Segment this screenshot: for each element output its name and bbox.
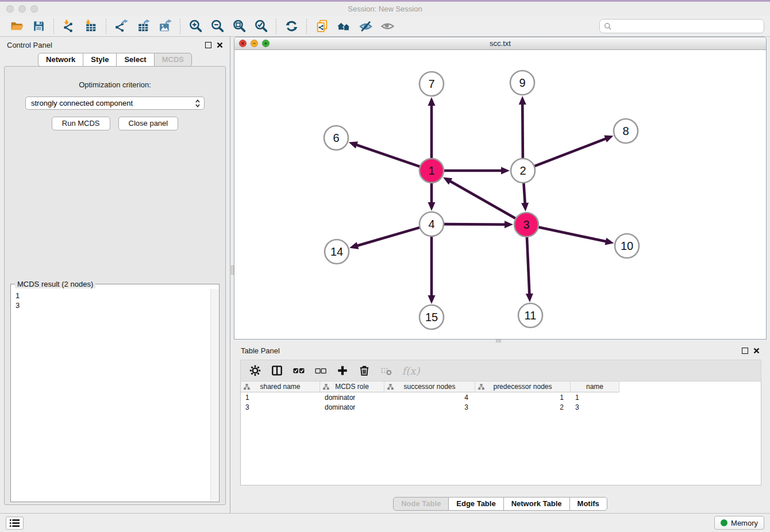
- graph-node-3[interactable]: 3: [514, 213, 538, 237]
- cell-shared-name[interactable]: 3: [241, 402, 320, 412]
- float-panel-icon[interactable]: [205, 42, 211, 48]
- graph-node-15[interactable]: 15: [419, 305, 444, 329]
- main-toolbar: [0, 16, 770, 37]
- column-header-MCDS-role[interactable]: MCDS role: [320, 381, 384, 392]
- save-session-button[interactable]: [28, 18, 49, 35]
- hide-selected-button[interactable]: [355, 18, 376, 35]
- graph-node-9[interactable]: 9: [510, 71, 534, 95]
- cell-name[interactable]: 3: [571, 402, 619, 412]
- network-window-titlebar[interactable]: scc.txt: [234, 37, 766, 50]
- zoom-out-button[interactable]: [206, 18, 228, 35]
- cell-successor-nodes[interactable]: 4: [384, 392, 475, 402]
- tab-style[interactable]: Style: [83, 53, 117, 67]
- graph-node-7[interactable]: 7: [419, 72, 444, 96]
- graph-node-8[interactable]: 8: [614, 119, 638, 143]
- edge-3-10[interactable]: [538, 227, 614, 245]
- edge-3-11[interactable]: [526, 237, 533, 302]
- edge-1-2[interactable]: [444, 167, 510, 175]
- graph-node-4[interactable]: 4: [419, 212, 444, 236]
- network-canvas[interactable]: 7968124314101511: [234, 50, 766, 339]
- float-panel-icon[interactable]: [742, 348, 748, 354]
- graph-node-10[interactable]: 10: [615, 234, 639, 258]
- edge-4-15[interactable]: [428, 236, 436, 304]
- cell-successor-nodes[interactable]: 3: [384, 402, 475, 412]
- show-all-button[interactable]: [376, 18, 398, 35]
- zoom-window-button[interactable]: [30, 5, 38, 13]
- graph-node-2[interactable]: 2: [511, 159, 535, 183]
- export-table-button[interactable]: [132, 18, 154, 35]
- search-box[interactable]: [599, 19, 764, 33]
- cell-MCDS-role[interactable]: dominator: [320, 392, 384, 402]
- node-table[interactable]: shared nameMCDS rolesuccessor nodesprede…: [240, 381, 761, 485]
- edge-4-3[interactable]: [444, 221, 513, 228]
- edge-1-7[interactable]: [428, 97, 436, 159]
- edge-2-8[interactable]: [534, 136, 614, 167]
- cell-MCDS-role[interactable]: dominator: [320, 402, 384, 412]
- edge-3-1[interactable]: [443, 177, 516, 218]
- edge-1-4[interactable]: [428, 183, 436, 211]
- import-network-button[interactable]: [58, 18, 80, 35]
- column-header-name[interactable]: name: [571, 381, 619, 392]
- import-table-button[interactable]: [80, 18, 102, 35]
- column-header-successor-nodes[interactable]: successor nodes: [384, 381, 475, 392]
- zoom-in-icon: [188, 19, 203, 33]
- graph-node-6[interactable]: 6: [324, 126, 348, 150]
- node-label: 14: [330, 245, 343, 258]
- task-history-button[interactable]: [6, 516, 24, 530]
- edge-1-6[interactable]: [349, 141, 420, 167]
- tab-network[interactable]: Network: [38, 53, 83, 67]
- refresh-button[interactable]: [280, 18, 302, 35]
- network-minimize-button[interactable]: [251, 40, 258, 47]
- export-image-button[interactable]: [154, 18, 176, 35]
- close-panel-button[interactable]: Close panel: [118, 117, 179, 130]
- graph-node-1[interactable]: 1: [419, 159, 444, 183]
- mcds-result-textarea[interactable]: 13: [11, 289, 218, 501]
- deselect-all-button[interactable]: [311, 362, 330, 379]
- copy-network-button[interactable]: [311, 18, 333, 35]
- tab-network-table[interactable]: Network Table: [503, 497, 570, 511]
- graph-node-14[interactable]: 14: [325, 240, 349, 264]
- column-header-predecessor-nodes[interactable]: predecessor nodes: [475, 381, 571, 392]
- tab-mcds[interactable]: MCDS: [154, 53, 192, 67]
- cell-predecessor-nodes[interactable]: 2: [475, 402, 571, 412]
- header-filler: [619, 381, 761, 392]
- tab-edge-table[interactable]: Edge Table: [448, 497, 503, 511]
- cell-predecessor-nodes[interactable]: 1: [475, 392, 571, 402]
- tab-select[interactable]: Select: [116, 53, 154, 67]
- edge-2-9[interactable]: [519, 96, 526, 159]
- import-network-icon: [62, 19, 76, 33]
- open-session-button[interactable]: [6, 18, 28, 35]
- table-row[interactable]: 3dominator323: [241, 402, 761, 412]
- network-close-button[interactable]: [239, 40, 247, 47]
- edge-2-3[interactable]: [521, 183, 529, 211]
- tab-node-table[interactable]: Node Table: [393, 497, 449, 511]
- zoom-in-button[interactable]: [184, 18, 206, 35]
- search-input[interactable]: [615, 22, 760, 30]
- network-maximize-button[interactable]: [262, 40, 270, 47]
- table-row[interactable]: 1dominator411: [241, 392, 761, 402]
- delete-column-button[interactable]: [355, 362, 374, 379]
- node-label: 3: [523, 218, 529, 231]
- home-button[interactable]: [333, 18, 355, 35]
- close-window-button[interactable]: [6, 5, 14, 13]
- zoom-selected-button[interactable]: [250, 18, 272, 35]
- memory-button[interactable]: Memory: [714, 516, 764, 530]
- minimize-window-button[interactable]: [18, 5, 26, 13]
- edge-4-14[interactable]: [349, 228, 420, 249]
- export-network-button[interactable]: [110, 18, 132, 35]
- cell-name[interactable]: 1: [571, 392, 619, 402]
- close-panel-icon[interactable]: [217, 42, 223, 48]
- tab-motifs[interactable]: Motifs: [569, 497, 607, 511]
- result-scrollbar[interactable]: [210, 289, 218, 501]
- zoom-fit-button[interactable]: [228, 18, 250, 35]
- close-panel-icon[interactable]: [753, 348, 760, 354]
- settings-button[interactable]: [245, 362, 265, 379]
- column-header-shared-name[interactable]: shared name: [241, 381, 320, 392]
- select-all-button[interactable]: [289, 362, 309, 379]
- graph-node-11[interactable]: 11: [518, 303, 542, 327]
- add-column-button[interactable]: [333, 362, 352, 379]
- cell-shared-name[interactable]: 1: [241, 392, 320, 402]
- optimization-criterion-select[interactable]: strongly connected component: [25, 97, 205, 110]
- split-view-button[interactable]: [267, 362, 287, 379]
- run-mcds-button[interactable]: Run MCDS: [52, 117, 110, 130]
